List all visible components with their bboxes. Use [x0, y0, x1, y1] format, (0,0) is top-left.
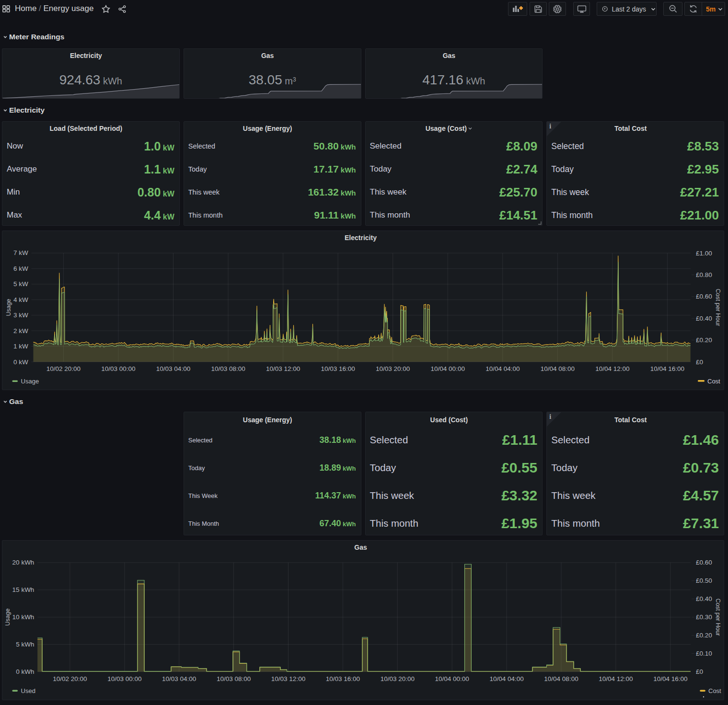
svg-text:10/04 04:00: 10/04 04:00	[489, 675, 523, 682]
svg-text:10/04 16:00: 10/04 16:00	[653, 675, 687, 682]
svg-text:Electricity: Electricity	[345, 234, 377, 242]
svg-text:£0.40: £0.40	[696, 595, 712, 602]
svg-text:10/03 08:00: 10/03 08:00	[217, 675, 251, 682]
svg-text:0 kWh: 0 kWh	[16, 668, 34, 675]
svg-text:10/03 04:00: 10/03 04:00	[162, 675, 196, 682]
svg-text:10/03 12:00: 10/03 12:00	[266, 365, 300, 372]
svg-text:Usage: Usage	[5, 609, 12, 626]
svg-text:£0: £0	[696, 668, 703, 675]
svg-text:10/03 16:00: 10/03 16:00	[321, 365, 355, 372]
svg-text:£0.10: £0.10	[696, 650, 712, 657]
svg-text:Gas: Gas	[354, 543, 367, 551]
svg-text:10/04 00:00: 10/04 00:00	[435, 675, 469, 682]
svg-text:10/04 16:00: 10/04 16:00	[650, 365, 684, 372]
svg-text:10/04 12:00: 10/04 12:00	[595, 365, 629, 372]
svg-text:10/03 00:00: 10/03 00:00	[101, 365, 135, 372]
svg-text:10/04 00:00: 10/04 00:00	[431, 365, 465, 372]
svg-text:10/03 12:00: 10/03 12:00	[271, 675, 305, 682]
svg-text:10/04 08:00: 10/04 08:00	[541, 365, 575, 372]
svg-text:Cost: Cost	[708, 687, 721, 694]
svg-text:Used: Used	[21, 687, 35, 694]
svg-text:£0.20: £0.20	[696, 336, 712, 344]
svg-text:10 kWh: 10 kWh	[12, 613, 35, 621]
svg-text:£0.60: £0.60	[696, 293, 712, 300]
svg-text:3 kW: 3 kW	[13, 312, 28, 319]
svg-text:10/04 08:00: 10/04 08:00	[544, 675, 578, 682]
svg-text:1 kW: 1 kW	[13, 343, 28, 350]
svg-text:Cost per Hour: Cost per Hour	[715, 289, 721, 326]
svg-text:10/03 00:00: 10/03 00:00	[107, 675, 141, 682]
svg-text:£0: £0	[696, 358, 703, 366]
svg-text:6 kW: 6 kW	[13, 265, 28, 272]
svg-text:7 kW: 7 kW	[13, 249, 28, 256]
svg-text:Cost: Cost	[707, 378, 720, 385]
svg-text:£0.20: £0.20	[696, 632, 712, 639]
svg-text:£0.40: £0.40	[696, 315, 712, 322]
svg-text:2 kW: 2 kW	[13, 327, 28, 335]
svg-text:0 kW: 0 kW	[13, 358, 28, 366]
svg-text:10/03 20:00: 10/03 20:00	[381, 675, 415, 682]
svg-text:20 kWh: 20 kWh	[12, 559, 35, 566]
svg-text:10/04 04:00: 10/04 04:00	[485, 365, 520, 372]
svg-text:Usage: Usage	[5, 299, 12, 316]
svg-text:15 kWh: 15 kWh	[12, 586, 35, 593]
svg-text:£0.80: £0.80	[696, 271, 712, 278]
svg-text:£0.50: £0.50	[696, 577, 712, 584]
svg-text:£0.30: £0.30	[696, 613, 712, 621]
svg-text:10/02 20:00: 10/02 20:00	[46, 365, 81, 372]
svg-text:10/03 08:00: 10/03 08:00	[211, 365, 245, 372]
svg-text:10/03 20:00: 10/03 20:00	[376, 365, 410, 372]
svg-text:Cost per Hour: Cost per Hour	[715, 599, 721, 636]
svg-text:5 kWh: 5 kWh	[16, 641, 34, 648]
svg-text:10/03 16:00: 10/03 16:00	[326, 675, 360, 682]
svg-text:10/02 20:00: 10/02 20:00	[53, 675, 87, 682]
svg-text:£0.60: £0.60	[696, 559, 712, 566]
svg-text:4 kW: 4 kW	[13, 296, 28, 303]
svg-text:5 kW: 5 kW	[13, 280, 28, 288]
svg-text:Usage: Usage	[21, 378, 39, 385]
svg-text:10/03 04:00: 10/03 04:00	[156, 365, 190, 372]
svg-text:£1.00: £1.00	[696, 250, 712, 257]
svg-text:10/04 12:00: 10/04 12:00	[599, 675, 633, 682]
